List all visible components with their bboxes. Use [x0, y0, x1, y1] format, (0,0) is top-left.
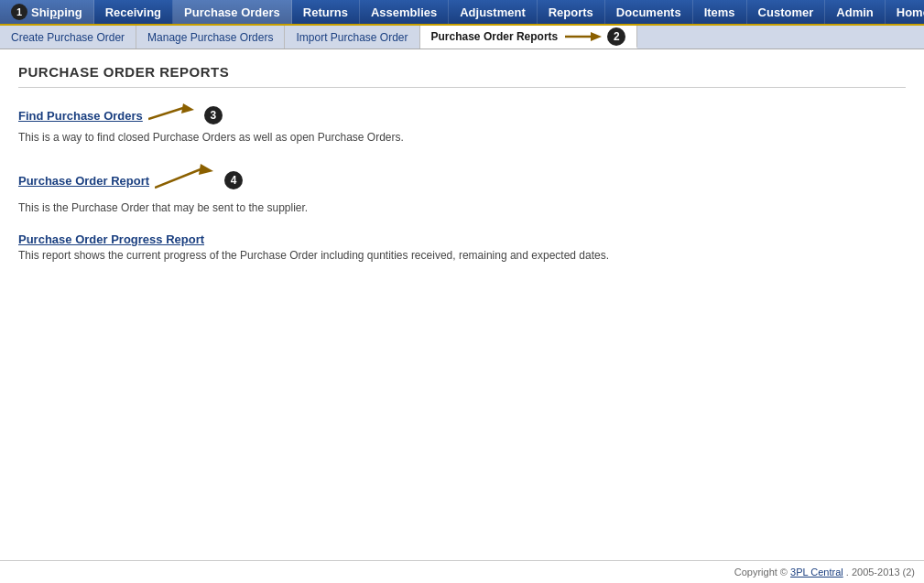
arrow-4-icon — [155, 162, 219, 199]
top-navigation: 1 Shipping Receiving Purchase Orders Ret… — [0, 0, 924, 26]
arrow-2-icon — [565, 29, 602, 44]
find-po-link[interactable]: Find Purchase Orders — [18, 109, 143, 123]
report-find-po: Find Purchase Orders 3 This is a way to … — [18, 103, 906, 144]
report-po-report: Purchase Order Report 4 This is the Purc… — [18, 162, 906, 214]
nav-receiving-label: Receiving — [105, 5, 161, 19]
subnav-manage-po[interactable]: Manage Purchase Orders — [136, 26, 285, 49]
nav-customer-label: Customer — [758, 5, 814, 19]
nav-assemblies[interactable]: Assemblies — [360, 0, 449, 24]
nav-items-label: Items — [704, 5, 735, 19]
subnav-import-po[interactable]: Import Purchase Order — [285, 26, 419, 49]
main-content: Purchase Order Reports Find Purchase Ord… — [0, 49, 924, 295]
svg-marker-1 — [591, 32, 602, 41]
nav-adjustment[interactable]: Adjustment — [449, 0, 538, 24]
sub-navigation: Create Purchase Order Manage Purchase Or… — [0, 26, 924, 49]
nav-items[interactable]: Items — [693, 0, 747, 24]
po-report-desc: This is the Purchase Order that may be s… — [18, 201, 906, 214]
page-title: Purchase Order Reports — [18, 64, 906, 88]
nav-adjustment-label: Adjustment — [460, 5, 526, 19]
nav-purchase-orders[interactable]: Purchase Orders — [173, 0, 292, 24]
subnav-create-po-label: Create Purchase Order — [11, 31, 125, 44]
nav-shipping[interactable]: 1 Shipping — [0, 0, 94, 24]
badge-3: 3 — [204, 106, 223, 124]
arrow-3-icon — [148, 103, 199, 128]
subnav-manage-po-label: Manage Purchase Orders — [147, 31, 273, 44]
svg-line-2 — [148, 108, 183, 119]
svg-line-4 — [155, 169, 201, 188]
svg-marker-5 — [199, 164, 213, 175]
shipping-badge: 1 — [11, 4, 27, 20]
nav-assemblies-label: Assemblies — [371, 5, 437, 19]
nav-reports[interactable]: Reports — [538, 0, 605, 24]
nav-po-label: Purchase Orders — [184, 5, 280, 19]
nav-home-label: Home — [897, 5, 924, 19]
nav-admin[interactable]: Admin — [825, 0, 885, 24]
badge-2: 2 — [607, 27, 625, 46]
nav-shipping-label: Shipping — [31, 5, 82, 19]
nav-documents[interactable]: Documents — [605, 0, 693, 24]
annotation-3: 3 — [148, 103, 223, 128]
annotation-2: 2 — [565, 27, 625, 46]
po-progress-desc: This report shows the current progress o… — [18, 249, 906, 262]
find-po-desc: This is a way to find closed Purchase Or… — [18, 131, 906, 144]
nav-returns-label: Returns — [303, 5, 348, 19]
subnav-po-reports-label: Purchase Order Reports — [431, 30, 559, 43]
nav-returns[interactable]: Returns — [292, 0, 360, 24]
svg-marker-3 — [181, 103, 194, 113]
nav-documents-label: Documents — [616, 5, 681, 19]
nav-home[interactable]: Home — [886, 0, 924, 24]
subnav-po-reports[interactable]: Purchase Order Reports 2 — [420, 26, 638, 49]
subnav-import-po-label: Import Purchase Order — [296, 31, 408, 44]
badge-4: 4 — [224, 171, 243, 189]
nav-admin-label: Admin — [836, 5, 873, 19]
report-po-progress: Purchase Order Progress Report This repo… — [18, 232, 906, 262]
po-progress-link[interactable]: Purchase Order Progress Report — [18, 232, 204, 246]
nav-customer[interactable]: Customer — [747, 0, 826, 24]
nav-reports-label: Reports — [549, 5, 593, 19]
nav-receiving[interactable]: Receiving — [94, 0, 173, 24]
po-report-link[interactable]: Purchase Order Report — [18, 174, 149, 188]
annotation-4: 4 — [155, 162, 243, 199]
subnav-create-po[interactable]: Create Purchase Order — [0, 26, 136, 49]
